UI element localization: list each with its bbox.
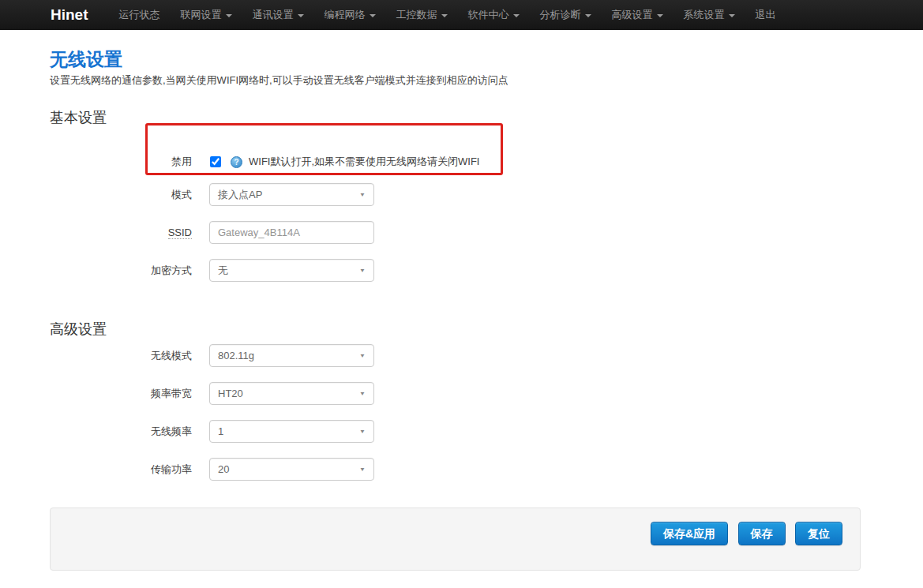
tx-power-select[interactable]: 20 ▼ <box>209 458 374 481</box>
nav-item-analysis-diagnosis[interactable]: 分析诊断 <box>530 0 602 30</box>
nav-item-label: 联网设置 <box>181 8 222 22</box>
wifi-disable-hint: WIFI默认打开,如果不需要使用无线网络请关闭WIFI <box>249 155 479 169</box>
encryption-select-value: 无 <box>218 264 228 278</box>
reset-button[interactable]: 复位 <box>795 522 842 545</box>
nav-item-label: 软件中心 <box>468 8 509 22</box>
nav-item-label: 分析诊断 <box>540 8 581 22</box>
ssid-label: SSID <box>50 227 209 238</box>
save-apply-button[interactable]: 保存&应用 <box>651 522 728 545</box>
nav-item-label: 通讯设置 <box>253 8 294 22</box>
ssid-row: SSID <box>50 221 923 244</box>
nav-item-advanced-settings[interactable]: 高级设置 <box>602 0 673 30</box>
bandwidth-row: 频率带宽 HT20 ▼ <box>50 382 923 405</box>
mode-select[interactable]: 接入点AP ▼ <box>209 183 374 206</box>
top-navbar: Hinet 运行状态 联网设置 通讯设置 编程网络 工控数据 软件中心 分析诊断… <box>0 0 923 30</box>
nav-item-software-center[interactable]: 软件中心 <box>458 0 530 30</box>
select-arrow-icon: ▼ <box>359 191 366 197</box>
chevron-down-icon <box>441 14 448 17</box>
nav-item-label: 运行状态 <box>119 8 160 22</box>
wireless-mode-row: 无线模式 802.11g ▼ <box>50 344 923 367</box>
nav-item-system-settings[interactable]: 系统设置 <box>673 0 745 30</box>
bandwidth-select[interactable]: HT20 ▼ <box>209 382 374 405</box>
nav-item-logout[interactable]: 退出 <box>745 0 786 30</box>
footer-action-bar: 保存&应用 保存 复位 <box>50 507 861 571</box>
chevron-down-icon <box>298 14 304 17</box>
help-question-icon: ? <box>231 156 242 168</box>
chevron-down-icon <box>657 14 663 17</box>
chevron-down-icon <box>513 14 520 17</box>
page-content: 无线设置 设置无线网络的通信参数,当网关使用WIFI网络时,可以手动设置无线客户… <box>0 49 923 481</box>
nav-item-network-settings[interactable]: 联网设置 <box>171 0 242 30</box>
mode-select-value: 接入点AP <box>218 188 262 202</box>
chevron-down-icon <box>729 14 735 17</box>
ssid-input[interactable] <box>209 221 374 244</box>
nav-item-label: 高级设置 <box>612 8 653 22</box>
select-arrow-icon: ▼ <box>359 390 366 396</box>
save-button[interactable]: 保存 <box>738 522 786 545</box>
wifi-disable-checkbox[interactable] <box>210 156 221 167</box>
section-heading-advanced: 高级设置 <box>50 321 923 338</box>
page-title: 无线设置 <box>50 49 923 69</box>
select-arrow-icon: ▼ <box>359 428 366 434</box>
chevron-down-icon <box>226 14 232 17</box>
chevron-down-icon <box>370 14 376 17</box>
disable-label: 禁用 <box>50 155 209 169</box>
nav-item-industrial-data[interactable]: 工控数据 <box>386 0 458 30</box>
encryption-row: 加密方式 无 ▼ <box>50 259 923 282</box>
select-arrow-icon: ▼ <box>359 352 366 358</box>
chevron-down-icon <box>585 14 591 17</box>
nav-item-programming-network[interactable]: 编程网络 <box>314 0 386 30</box>
tx-power-label: 传输功率 <box>50 463 209 477</box>
tx-power-row: 传输功率 20 ▼ <box>50 458 923 481</box>
ssid-label-text: SSID <box>168 227 192 239</box>
disable-row: 禁用 ? WIFI默认打开,如果不需要使用无线网络请关闭WIFI <box>50 155 923 169</box>
mode-row: 模式 接入点AP ▼ <box>50 183 923 206</box>
select-arrow-icon: ▼ <box>359 466 366 472</box>
bandwidth-label: 频率带宽 <box>50 387 209 401</box>
channel-select-value: 1 <box>218 425 223 437</box>
nav-item-comm-settings[interactable]: 通讯设置 <box>242 0 314 30</box>
bandwidth-select-value: HT20 <box>218 388 243 399</box>
wireless-mode-select[interactable]: 802.11g ▼ <box>209 344 374 367</box>
page-subtitle: 设置无线网络的通信参数,当网关使用WIFI网络时,可以手动设置无线客户端模式并连… <box>50 74 923 86</box>
nav-item-label: 退出 <box>756 8 776 22</box>
channel-label: 无线频率 <box>50 425 209 439</box>
nav-item-running-status[interactable]: 运行状态 <box>109 0 171 30</box>
nav-item-label: 工控数据 <box>396 8 437 22</box>
select-arrow-icon: ▼ <box>359 267 366 273</box>
nav-item-label: 编程网络 <box>325 8 366 22</box>
brand-logo[interactable]: Hinet <box>51 6 88 24</box>
encryption-select[interactable]: 无 ▼ <box>209 259 374 282</box>
section-heading-basic: 基本设置 <box>50 110 923 126</box>
tx-power-select-value: 20 <box>218 463 229 475</box>
wireless-mode-label: 无线模式 <box>50 349 209 363</box>
encryption-label: 加密方式 <box>50 264 209 278</box>
channel-row: 无线频率 1 ▼ <box>50 420 923 443</box>
channel-select[interactable]: 1 ▼ <box>209 420 374 443</box>
nav-item-label: 系统设置 <box>684 8 725 22</box>
wireless-mode-select-value: 802.11g <box>218 350 254 361</box>
mode-label: 模式 <box>50 188 209 202</box>
